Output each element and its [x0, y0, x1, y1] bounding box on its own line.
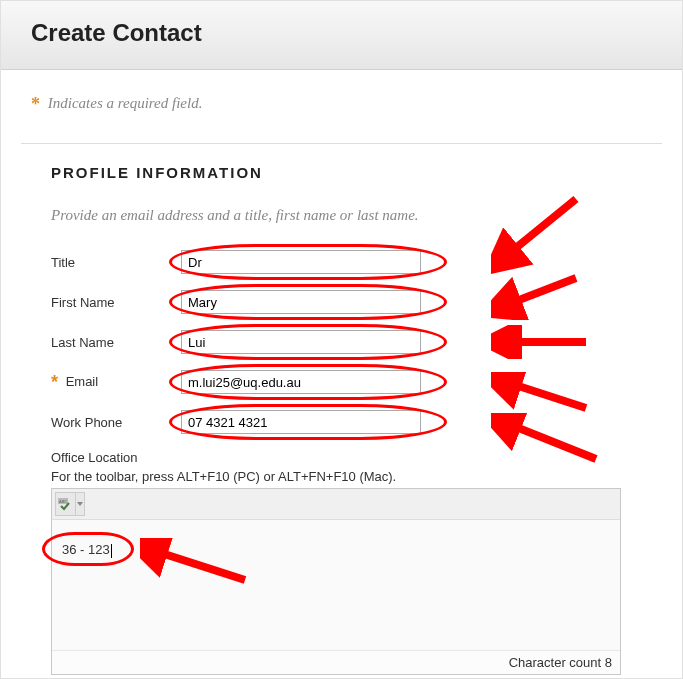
required-field-note: * Indicates a required field.	[31, 94, 652, 115]
svg-line-1	[506, 278, 576, 305]
svg-line-3	[506, 382, 586, 408]
editor-content: 36 - 123	[62, 542, 110, 557]
row-work-phone: Work Phone	[51, 410, 632, 434]
page-title: Create Contact	[31, 19, 652, 47]
row-email: * Email	[51, 370, 632, 394]
page-header: Create Contact	[1, 1, 682, 70]
input-work-phone[interactable]	[181, 410, 421, 434]
editor-body[interactable]: 36 - 123	[52, 520, 620, 650]
input-first-name[interactable]	[181, 290, 421, 314]
svg-text:ABC: ABC	[59, 499, 67, 504]
character-count: Character count 8	[52, 650, 620, 674]
required-asterisk-icon: *	[31, 94, 40, 114]
text-cursor-icon	[111, 544, 112, 558]
input-email[interactable]	[181, 370, 421, 394]
label-last-name: Last Name	[51, 335, 181, 350]
label-email: * Email	[51, 372, 181, 393]
annotation-arrow-icon	[140, 538, 250, 588]
annotation-arrow-icon	[491, 325, 591, 359]
row-last-name: Last Name	[51, 330, 632, 354]
required-asterisk-icon: *	[51, 372, 58, 392]
toolbar-hint: For the toolbar, press ALT+F10 (PC) or A…	[51, 469, 632, 484]
input-last-name[interactable]	[181, 330, 421, 354]
annotation-arrow-icon	[491, 194, 581, 274]
spellcheck-button[interactable]: ABC	[55, 492, 85, 516]
chevron-down-icon	[75, 493, 83, 515]
svg-line-7	[152, 550, 245, 580]
row-first-name: First Name	[51, 290, 632, 314]
editor-toolbar: ABC	[52, 489, 620, 520]
section-description: Provide an email address and a title, fi…	[51, 207, 632, 224]
annotation-arrow-icon	[491, 270, 581, 320]
section-title: PROFILE INFORMATION	[51, 164, 632, 181]
label-title: Title	[51, 255, 181, 270]
label-office-location: Office Location	[51, 450, 632, 465]
input-title[interactable]	[181, 250, 421, 274]
rich-text-editor: ABC 36 - 123	[51, 488, 621, 675]
label-first-name: First Name	[51, 295, 181, 310]
row-title: Title	[51, 250, 632, 274]
label-work-phone: Work Phone	[51, 415, 181, 430]
